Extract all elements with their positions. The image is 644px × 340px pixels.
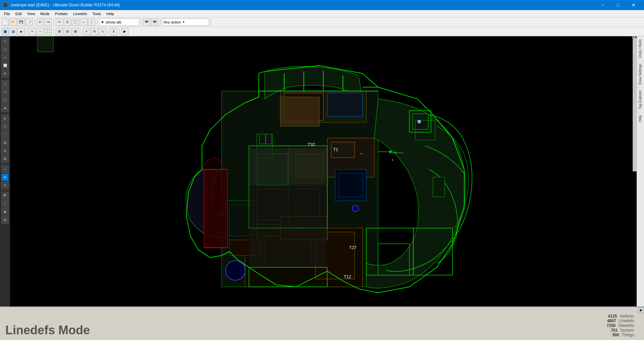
map-label-t12: T12 [344,274,351,279]
bridge-tool[interactable]: ⊠ [1,155,9,162]
sep5 [160,19,160,26]
undo-button[interactable]: ↩ [37,18,44,26]
svg-rect-14 [38,36,53,52]
paste-button[interactable]: 📋 [72,18,79,26]
curve-linedef-tool[interactable]: ⌒ [1,131,9,138]
menu-view[interactable]: View [24,11,38,16]
grid3-button[interactable]: ⊠ [72,28,79,35]
toolbar1: 📄 📂 💾 📝 ↩ ↪ ✂ ⎘ 📋 ↔ ↕ ▼ (show all) 🗺 🗺 A… [0,17,644,27]
tool-separator2 [1,113,9,113]
map-btn2[interactable]: 🗺 [151,18,158,26]
flip-v-button[interactable]: ↕ [88,18,95,26]
sectors-mode-tool[interactable]: ⬜ [1,62,9,69]
scale-button[interactable]: ⤡ [99,28,106,35]
sep4 [141,19,141,26]
flip-h-button[interactable]: ↔ [80,18,87,26]
vertices-mode-tool[interactable]: ⬡ [1,46,9,53]
title-text: zoetrope.wad (E4M1) - Ultimate Doom Buil… [11,3,120,7]
new-button[interactable]: 📄 [1,18,9,26]
draw-sector-tool[interactable]: ◈ [1,104,9,112]
vertices-label: Vertices [620,314,634,319]
menu-help[interactable]: Help [104,11,117,16]
copy-button[interactable]: ⎘ [64,18,71,26]
cursor-tool[interactable]: ↖ [1,38,9,45]
grid1-button[interactable]: ⊞ [56,28,63,35]
draw-ellipse-tool[interactable]: ◯ [1,96,9,104]
open-button[interactable]: 📂 [9,18,17,26]
vertices-count: 4125 [600,314,617,319]
sidedefs-label: Sidedefs [618,323,634,328]
linedefs-count: 4897 [599,319,616,323]
action-dropdown[interactable]: Any action ▼ [162,18,209,26]
grid2-button[interactable]: ⊟ [64,28,71,35]
map-btn1[interactable]: 🗺 [143,18,150,26]
menu-mode[interactable]: Mode [38,11,52,16]
mode-label: Linedefs Mode [5,323,90,337]
flatten-tool[interactable]: ⊟ [1,147,9,154]
sep7 [26,28,27,35]
fit-button[interactable]: ⛶ [45,28,52,35]
titlebar: zoetrope.wad (E4M1) - Ultimate Doom Buil… [0,0,644,10]
scroll-down-arrow[interactable]: ▼ [632,36,635,38]
prefab-tool[interactable]: ⊞ [1,216,9,224]
zoom-in-button[interactable]: + [29,28,36,35]
svg-rect-15 [415,120,435,140]
menu-file[interactable]: File [1,11,13,16]
menu-prefabs[interactable]: Prefabs [52,11,70,16]
map-label-t32: T32 [308,142,315,147]
zoom-out-button[interactable]: − [37,28,44,35]
menubar: File Edit View Mode Prefabs Linedefs Too… [0,10,644,17]
redo-button[interactable]: ↪ [45,18,52,26]
paint-select-tool[interactable]: ✎ [1,123,9,130]
check-tool[interactable]: ✓ [1,200,9,207]
draw-line-tool[interactable]: ╱ [1,80,9,88]
tab-draw-settings[interactable]: Draw Settings [637,61,644,87]
menu-tools[interactable]: Tools [90,11,104,16]
stat-sectors: 761 Sectors [599,328,634,333]
tool-separator3 [1,164,9,164]
scroll-up-arrow[interactable]: ▲ [635,36,637,38]
tag-tool[interactable]: ⊛ [1,174,9,181]
sectors-view-button[interactable]: ▦ [1,28,9,35]
zoom-tool[interactable]: 🔍 [1,192,9,199]
tab-tag-explorer[interactable]: Tag Explorer [637,87,644,112]
test-button[interactable]: ▶ [121,28,128,35]
svg-rect-73 [280,97,320,127]
tab-help[interactable]: Help [637,112,644,125]
things-mode-tool[interactable]: ⊕ [1,70,9,77]
snap-button[interactable]: ⌖ [83,28,90,35]
cut-button[interactable]: ✂ [56,18,63,26]
map-canvas[interactable]: T32 T1 T27 T12 [10,36,637,306]
make-sector-tool[interactable]: ⊞ [1,139,9,146]
scroll-right[interactable]: ▲ ▼ [633,36,637,172]
menu-edit[interactable]: Edit [13,11,24,16]
script2-tool[interactable]: ⊙ [1,182,9,189]
svg-point-72 [352,205,359,212]
draw-rect-tool[interactable]: ▭ [1,88,9,96]
maximize-button[interactable]: □ [610,0,626,10]
scroll-corner[interactable]: ▶ [638,307,644,313]
menu-linedefs[interactable]: Linedefs [70,11,90,16]
tab-undo-redo[interactable]: Undo / Redo [637,36,644,61]
globe-tool[interactable]: ◉ [1,208,9,215]
minimize-button[interactable]: − [595,0,610,10]
merge-tool[interactable]: ⊕ [1,115,9,122]
filter-dropdown[interactable]: ▼ (show all) [99,18,139,26]
svg-rect-75 [288,148,326,185]
classic-view-button[interactable]: ▤ [9,28,17,35]
3d-view-button[interactable]: ◈ [17,28,25,35]
rotate-button[interactable]: ↻ [91,28,98,35]
sep1 [35,19,35,26]
sep8 [54,28,54,35]
save-button[interactable]: 💾 [17,18,25,26]
sound-prop-tool[interactable]: ♪ [1,165,9,173]
sectors-count: 761 [601,328,618,333]
close-button[interactable]: ✕ [626,0,641,10]
main-area: ↖ ⬡ ▱ ⬜ ⊕ ╱ ▭ ◯ ◈ ⊕ ✎ ⌒ ⊞ ⊟ ⊠ ♪ ⊛ ⊙ 🔍 ✓ … [0,36,644,306]
filter-label: (show all) [106,20,121,24]
script-button[interactable]: 📝 [25,18,33,26]
info-button[interactable]: ℹ [110,28,117,35]
linedefs-mode-tool[interactable]: ▱ [1,54,9,61]
svg-rect-21 [339,173,363,197]
sep10 [108,28,108,35]
